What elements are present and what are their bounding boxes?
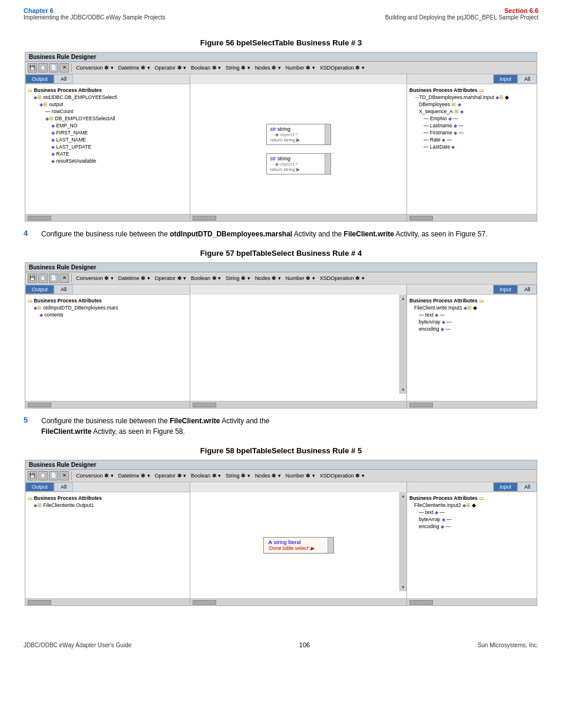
tree-item: ◆⊞ otdInputDTD_DBemployees.mars: [28, 304, 187, 311]
step4-block: 4 Configure the business rule between th…: [24, 229, 538, 239]
scrollbar-left[interactable]: [25, 598, 190, 605]
left-panel-header: Output All: [25, 74, 190, 84]
menu-boolean[interactable]: Boolean ✽ ▾: [189, 65, 223, 71]
tree-item: — Lastname ◆ —: [409, 122, 534, 129]
tree-item: — Rate ◆ —: [409, 136, 534, 143]
menu-string[interactable]: String ✽ ▾: [224, 275, 252, 281]
scrollbar-thumb-mid[interactable]: [193, 216, 216, 220]
tab-all-right[interactable]: All: [518, 285, 537, 294]
tab-output[interactable]: Output: [25, 285, 54, 294]
save-icon[interactable]: 💾: [28, 274, 37, 283]
figure58-title: Figure 58 bpelTableSelect Business Rule …: [24, 446, 538, 455]
tab-all-right[interactable]: All: [518, 74, 537, 84]
scrollbar-thumb-mid[interactable]: [193, 403, 216, 407]
scroll-literal[interactable]: [328, 538, 333, 553]
scrollbar-left[interactable]: [25, 401, 190, 408]
tab-output[interactable]: Output: [25, 482, 54, 492]
tab-input[interactable]: Input: [493, 285, 518, 294]
scrollbar-mid[interactable]: [190, 401, 407, 408]
scrollbar-right[interactable]: [407, 401, 537, 408]
scrollbar-right[interactable]: [407, 214, 537, 221]
menu-datetime[interactable]: Datetime ✽ ▾: [117, 275, 152, 281]
copy-icon[interactable]: 📋: [38, 274, 48, 283]
paste-icon[interactable]: 📄: [49, 274, 58, 283]
menu-conversion[interactable]: Conversion ✽ ▾: [74, 275, 115, 281]
scrollbar-thumb-left[interactable]: [28, 600, 51, 605]
str-box-2: str string →◆ object1? return string ▶: [266, 153, 331, 174]
tree-item: ◆⊞ FileClientwrite.Output1: [28, 502, 187, 509]
close-icon[interactable]: ✕: [59, 274, 69, 283]
brd56-panel-headers: Output All Input All: [25, 74, 537, 84]
scrollbar-thumb-right[interactable]: [409, 600, 433, 605]
menu-number[interactable]: Number ✽ ▾: [284, 65, 317, 71]
menu-string[interactable]: String ✽ ▾: [224, 473, 252, 479]
copy-icon[interactable]: 📋: [38, 471, 48, 480]
menu-operator[interactable]: Operator ✽ ▾: [153, 65, 189, 71]
tab-all-right[interactable]: All: [518, 482, 537, 492]
save-icon[interactable]: 💾: [28, 63, 37, 73]
menu-boolean[interactable]: Boolean ✽ ▾: [189, 473, 223, 479]
scrollbar-thumb-left[interactable]: [28, 216, 51, 220]
brd56-right-panel: Business Process Attributes 🗂 →TD_DBsemp…: [407, 84, 537, 214]
menu-nodes[interactable]: Nodes ✽ ▾: [253, 473, 283, 479]
scrollbar-mid[interactable]: [190, 598, 407, 605]
figure58-brd: Business Rule Designer 💾 📋 📄 ✕ Conversio…: [25, 460, 537, 606]
figure57-brd: Business Rule Designer 💾 📋 📄 ✕ Conversio…: [25, 262, 537, 409]
tree-item: ◆ LAST_UPDATE: [28, 143, 187, 150]
save-icon[interactable]: 💾: [28, 471, 37, 480]
menu-datetime[interactable]: Datetime ✽ ▾: [117, 65, 152, 71]
menu-xsdoperation[interactable]: XSDOperation ✽ ▾: [318, 473, 366, 479]
tree-item: X_sequence_A ⊞ ◆: [409, 108, 534, 115]
menu-operator[interactable]: Operator ✽ ▾: [153, 275, 189, 281]
menu-nodes[interactable]: Nodes ✽ ▾: [253, 65, 283, 71]
step4-bold1: otdInputDTD_DBemployees.marshal: [170, 230, 292, 238]
scrollbar-thumb-mid[interactable]: [193, 600, 216, 605]
tree-item: ◆⊞ DB_EMPLOYEESSelectAll: [28, 115, 187, 122]
brd56-titlebar: Business Rule Designer: [25, 52, 537, 62]
close-icon[interactable]: ✕: [59, 471, 69, 480]
copy-icon[interactable]: 📋: [38, 63, 48, 73]
step4-text: Configure the business rule between the …: [41, 229, 487, 239]
tree-item: Business Process Attributes 🗂: [409, 297, 534, 304]
scrollbar-thumb-right[interactable]: [409, 216, 433, 220]
tab-input[interactable]: Input: [493, 74, 518, 84]
paste-icon[interactable]: 📄: [49, 471, 58, 480]
brd57-panel-headers: Output All Input All: [25, 285, 537, 295]
header-right: Section 6.6 Building and Deploying the p…: [385, 7, 538, 21]
tab-all-left[interactable]: All: [54, 482, 73, 492]
menu-xsdoperation[interactable]: XSDOperation ✽ ▾: [318, 65, 366, 71]
scrollbar-left[interactable]: [25, 214, 190, 221]
toolbar-sep: [71, 472, 72, 480]
menu-number[interactable]: Number ✽ ▾: [284, 275, 317, 281]
right-panel-header: Input All: [407, 74, 537, 84]
tree-item: ◆ contents: [28, 311, 187, 318]
tab-all-left[interactable]: All: [54, 285, 73, 294]
scrollbar-right[interactable]: [407, 598, 537, 605]
menu-operator[interactable]: Operator ✽ ▾: [153, 473, 189, 479]
menu-boolean[interactable]: Boolean ✽ ▾: [189, 275, 223, 281]
tree-item: 🗂 Business Process Attributes: [28, 87, 187, 94]
figure56-brd: Business Rule Designer 💾 📋 📄 ✕ Conversio…: [25, 52, 537, 222]
menu-datetime[interactable]: Datetime ✽ ▾: [117, 473, 152, 479]
step5-number: 5: [24, 416, 35, 424]
scroll-2[interactable]: [325, 154, 330, 174]
close-icon[interactable]: ✕: [59, 63, 69, 73]
menu-conversion[interactable]: Conversion ✽ ▾: [74, 65, 115, 71]
menu-conversion[interactable]: Conversion ✽ ▾: [74, 473, 115, 479]
tab-all-left[interactable]: All: [54, 74, 73, 84]
scrollbar-mid[interactable]: [190, 214, 407, 221]
tree-item: Business Process Attributes 🗂: [409, 87, 534, 94]
menu-xsdoperation[interactable]: XSDOperation ✽ ▾: [318, 275, 366, 281]
menu-nodes[interactable]: Nodes ✽ ▾: [253, 275, 283, 281]
tab-input[interactable]: Input: [493, 482, 518, 492]
menu-string[interactable]: String ✽ ▾: [224, 65, 252, 71]
scrollbar-thumb-left[interactable]: [28, 403, 51, 407]
step5-text-before: Configure the business rule between the: [41, 417, 170, 425]
tab-output[interactable]: Output: [25, 74, 54, 84]
scroll-1[interactable]: [325, 124, 330, 144]
tree-item: DBemployees ⊞ ◆: [409, 101, 534, 108]
brd57-right-content: Business Process Attributes 🗂 FileClient…: [407, 295, 537, 335]
scrollbar-thumb-right[interactable]: [409, 403, 433, 407]
menu-number[interactable]: Number ✽ ▾: [284, 473, 317, 479]
paste-icon[interactable]: 📄: [49, 63, 58, 73]
